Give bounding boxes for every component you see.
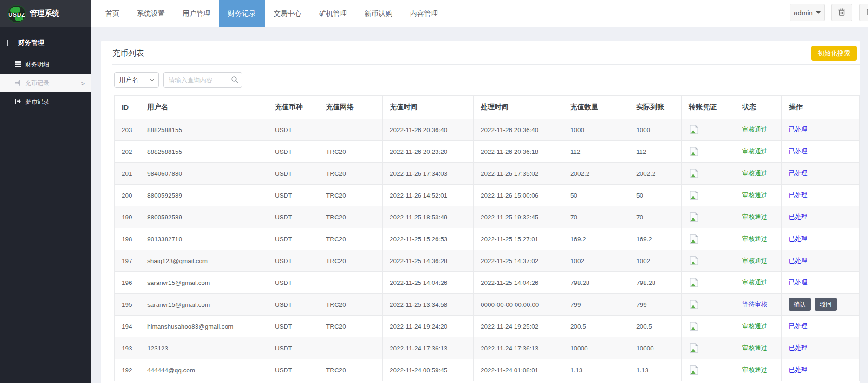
row-network: TRC20 bbox=[319, 206, 383, 228]
row-network: TRC20 bbox=[319, 185, 383, 206]
sidebar-item-label: 提币记录 bbox=[25, 98, 49, 106]
voucher-image-broken-icon[interactable] bbox=[689, 343, 699, 353]
voucher-image-broken-icon[interactable] bbox=[689, 321, 699, 331]
status-approved-link[interactable]: 审核通过 bbox=[742, 126, 767, 133]
status-approved-link[interactable]: 审核通过 bbox=[742, 344, 767, 351]
confirm-button[interactable]: 确认 bbox=[789, 298, 811, 311]
row-id: 197 bbox=[115, 250, 140, 272]
voucher-image-broken-icon[interactable] bbox=[689, 212, 699, 222]
row-received: 1.13 bbox=[629, 359, 682, 381]
row-id: 201 bbox=[115, 163, 140, 185]
status-approved-link[interactable]: 审核通过 bbox=[742, 192, 767, 198]
voucher-image-broken-icon[interactable] bbox=[689, 365, 699, 375]
row-status: 审核通过 bbox=[735, 206, 782, 228]
nav-tab-5[interactable]: 交易中心 bbox=[265, 0, 310, 27]
processed-link[interactable]: 已处理 bbox=[789, 279, 808, 286]
row-received: 112 bbox=[629, 141, 682, 163]
processed-link[interactable]: 已处理 bbox=[789, 323, 808, 330]
status-approved-link[interactable]: 审核通过 bbox=[742, 170, 767, 177]
search-icon[interactable] bbox=[231, 76, 239, 86]
row-amount: 1002 bbox=[563, 250, 629, 272]
column-header-2: 用户名 bbox=[140, 96, 268, 119]
row-id: 198 bbox=[115, 228, 140, 250]
sidebar-item-3[interactable]: 提币记录 bbox=[0, 92, 91, 111]
search-field-select[interactable]: 用户名 bbox=[114, 72, 159, 88]
voucher-image-broken-icon[interactable] bbox=[689, 256, 699, 266]
row-amount: 10000 bbox=[563, 337, 629, 359]
reject-button[interactable]: 驳回 bbox=[815, 298, 837, 311]
nav-tab-8[interactable]: 内容管理 bbox=[401, 0, 447, 27]
row-actions: 已处理 bbox=[782, 359, 860, 381]
processed-link[interactable]: 已处理 bbox=[789, 366, 808, 373]
status-approved-link[interactable]: 审核通过 bbox=[742, 213, 767, 220]
voucher-image-broken-icon[interactable] bbox=[689, 190, 699, 200]
voucher-image-broken-icon[interactable] bbox=[689, 299, 699, 310]
row-actions: 已处理 bbox=[782, 316, 860, 337]
row-amount: 1.13 bbox=[563, 359, 629, 381]
row-voucher bbox=[682, 294, 735, 316]
status-approved-link[interactable]: 审核通过 bbox=[742, 235, 767, 242]
row-user: saranvr15@gmail.com bbox=[140, 272, 268, 294]
nav-tab-6[interactable]: 矿机管理 bbox=[310, 0, 356, 27]
row-process-time: 2022-11-26 20:36:40 bbox=[474, 119, 563, 141]
status-approved-link[interactable]: 审核通过 bbox=[742, 148, 767, 155]
processed-link[interactable]: 已处理 bbox=[789, 213, 808, 220]
voucher-image-broken-icon[interactable] bbox=[689, 234, 699, 244]
row-id: 202 bbox=[115, 141, 140, 163]
status-approved-link[interactable]: 审核通过 bbox=[742, 323, 767, 330]
row-actions: 已处理 bbox=[782, 228, 860, 250]
processed-link[interactable]: 已处理 bbox=[789, 148, 808, 155]
row-process-time: 2022-11-24 19:25:02 bbox=[474, 316, 563, 337]
row-voucher bbox=[682, 337, 735, 359]
processed-link[interactable]: 已处理 bbox=[789, 344, 808, 351]
nav-tab-2[interactable]: 系统设置 bbox=[128, 0, 174, 27]
status-pending-link[interactable]: 等待审核 bbox=[742, 301, 767, 308]
row-coin: USDT bbox=[268, 250, 319, 272]
row-coin: USDT bbox=[268, 185, 319, 206]
status-approved-link[interactable]: 审核通过 bbox=[742, 257, 767, 264]
row-coin: USDT bbox=[268, 272, 319, 294]
column-header-11: 操作 bbox=[782, 96, 860, 119]
column-header-10: 状态 bbox=[735, 96, 782, 119]
row-amount: 169.2 bbox=[563, 228, 629, 250]
status-approved-link[interactable]: 审核通过 bbox=[742, 279, 767, 286]
row-status: 审核通过 bbox=[735, 163, 782, 185]
row-process-time: 2022-11-24 01:08:01 bbox=[474, 359, 563, 381]
status-approved-link[interactable]: 审核通过 bbox=[742, 366, 767, 373]
row-voucher bbox=[682, 359, 735, 381]
nav-tab-7[interactable]: 新币认购 bbox=[356, 0, 401, 27]
row-amount: 200.5 bbox=[563, 316, 629, 337]
row-deposit-time: 2022-11-26 20:36:40 bbox=[383, 119, 474, 141]
nav-tab-4[interactable]: 财务记录 bbox=[219, 0, 265, 27]
voucher-image-broken-icon[interactable] bbox=[689, 146, 699, 157]
row-status: 审核通过 bbox=[735, 119, 782, 141]
collapse-minus-icon bbox=[7, 40, 13, 46]
sidebar-section-finance[interactable]: 财务管理 bbox=[0, 27, 91, 55]
voucher-image-broken-icon[interactable] bbox=[689, 277, 699, 288]
voucher-image-broken-icon[interactable] bbox=[689, 125, 699, 135]
row-id: 196 bbox=[115, 272, 140, 294]
logout-button[interactable] bbox=[859, 4, 868, 21]
user-menu-button[interactable]: admin bbox=[790, 4, 825, 21]
clear-cache-button[interactable] bbox=[831, 4, 852, 21]
processed-link[interactable]: 已处理 bbox=[789, 126, 808, 133]
deposit-table: ID用户名充值币种充值网络充值时间处理时间充值数量实际到账转账凭证状态操作 20… bbox=[114, 95, 860, 381]
processed-link[interactable]: 已处理 bbox=[789, 257, 808, 264]
logout-icon bbox=[866, 8, 868, 17]
processed-link[interactable]: 已处理 bbox=[789, 192, 808, 198]
row-process-time: 2022-11-26 20:36:18 bbox=[474, 141, 563, 163]
voucher-image-broken-icon[interactable] bbox=[689, 168, 699, 178]
nav-tab-3[interactable]: 用户管理 bbox=[174, 0, 219, 27]
processed-link[interactable]: 已处理 bbox=[789, 170, 808, 177]
processed-link[interactable]: 已处理 bbox=[789, 235, 808, 242]
row-deposit-time: 2022-11-26 20:23:20 bbox=[383, 141, 474, 163]
nav-tab-1[interactable]: 首页 bbox=[97, 0, 128, 27]
table-header-row: ID用户名充值币种充值网络充值时间处理时间充值数量实际到账转账凭证状态操作 bbox=[115, 96, 860, 119]
sidebar-item-2[interactable]: 充币记录> bbox=[0, 74, 91, 92]
reset-search-button[interactable]: 初始化搜索 bbox=[811, 46, 857, 61]
row-user: 444444@qq.com bbox=[140, 359, 268, 381]
app-logo: USDZ 管理系统 bbox=[0, 0, 91, 27]
sidebar-item-1[interactable]: 财务明细 bbox=[0, 55, 91, 74]
row-coin: USDT bbox=[268, 228, 319, 250]
row-status: 审核通过 bbox=[735, 337, 782, 359]
